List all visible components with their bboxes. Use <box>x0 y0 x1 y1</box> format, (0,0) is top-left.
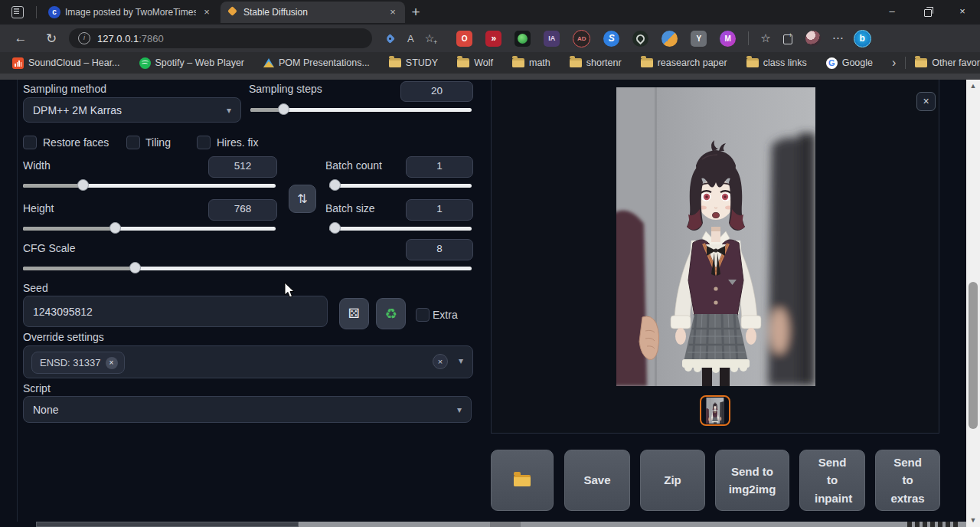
ia-extension-icon[interactable]: IA <box>544 31 560 47</box>
map-pin-extension-icon[interactable] <box>632 31 648 47</box>
scrollbar-thumb[interactable] <box>969 282 978 429</box>
other-favorites-folder[interactable]: Other favorites <box>915 57 980 68</box>
cfg-scale-slider[interactable] <box>23 262 472 273</box>
new-tab-button[interactable]: + <box>406 3 426 21</box>
batch-count-slider[interactable] <box>329 179 472 191</box>
double-arrow-extension-icon[interactable]: » <box>485 31 501 47</box>
minimize-button[interactable]: – <box>874 0 910 25</box>
slider-handle[interactable] <box>329 179 341 191</box>
generated-image[interactable] <box>616 87 815 386</box>
folder-icon <box>457 58 469 67</box>
width-slider[interactable] <box>23 179 276 191</box>
bookmark-folder-shortenr[interactable]: shortenr <box>570 57 622 68</box>
send-to-inpaint-button[interactable]: Send to inpaint <box>799 450 865 511</box>
profile-avatar[interactable] <box>805 31 821 46</box>
bookmark-pom[interactable]: POM Presentations... <box>263 57 370 68</box>
tab-image-posted[interactable]: c Image posted by TwoMoreTimes × <box>42 2 219 23</box>
restore-button[interactable] <box>910 0 945 25</box>
y-extension-icon[interactable]: Y <box>691 31 707 47</box>
batch-size-value[interactable]: 1 <box>406 199 473 221</box>
send-to-img2img-button[interactable]: Send to img2img <box>715 450 789 511</box>
seed-input[interactable] <box>23 296 328 327</box>
cfg-scale-value[interactable]: 8 <box>406 239 473 260</box>
slider-handle[interactable] <box>109 222 121 234</box>
reuse-seed-button[interactable]: ♻ <box>376 298 406 329</box>
slider-handle[interactable] <box>77 179 89 191</box>
bookmark-folder-study[interactable]: STUDY <box>389 57 438 68</box>
o-red-extension-icon[interactable]: O <box>456 31 472 47</box>
ad-blocker-extension-icon[interactable]: AD <box>573 30 590 47</box>
height-value[interactable]: 768 <box>208 199 277 221</box>
recycle-icon: ♻ <box>384 306 397 322</box>
chip-remove-icon[interactable]: × <box>106 357 118 369</box>
collections-icon[interactable] <box>782 32 795 44</box>
favorites-star-icon[interactable]: ☆ <box>760 31 770 45</box>
address-bar[interactable]: i 127.0.0.1:7860 <box>69 28 372 48</box>
tiling-checkbox[interactable] <box>126 136 140 149</box>
folder-icon <box>389 58 401 67</box>
back-icon[interactable]: ← <box>11 31 31 46</box>
horizontal-scrollbar-thumb[interactable] <box>36 522 299 527</box>
zip-button[interactable]: Zip <box>640 450 705 511</box>
tab-close-icon[interactable]: × <box>201 6 213 18</box>
bookmark-folder-class-links[interactable]: class links <box>746 57 807 68</box>
refresh-icon[interactable]: ↻ <box>41 31 61 47</box>
gallery-thumbnail-selected[interactable] <box>700 395 730 426</box>
slider-handle[interactable] <box>129 262 141 273</box>
save-button[interactable]: Save <box>564 450 630 511</box>
sampling-method-dropdown[interactable]: DPM++ 2M Karras ▾ <box>23 97 241 123</box>
close-gallery-icon[interactable]: × <box>916 92 936 111</box>
more-menu-icon[interactable]: ⋯ <box>832 31 844 45</box>
script-dropdown[interactable]: None ▾ <box>23 396 472 423</box>
bookmark-folder-wolf[interactable]: Wolf <box>457 57 493 68</box>
tab-close-icon[interactable]: × <box>387 6 399 18</box>
bing-chat-icon[interactable]: b <box>854 30 871 47</box>
shazam-extension-icon[interactable]: S <box>603 31 619 47</box>
bookmark-folder-math[interactable]: math <box>512 57 550 68</box>
override-chip-ensd[interactable]: ENSD: 31337 × <box>31 352 125 374</box>
batch-size-slider[interactable] <box>329 222 472 234</box>
swap-icon: ⇅ <box>297 191 307 206</box>
scroll-up-icon[interactable]: ▲ <box>966 80 980 93</box>
tab-favicon-c-icon: c <box>48 6 60 18</box>
restore-faces-checkbox[interactable] <box>23 136 37 149</box>
width-value[interactable]: 512 <box>208 156 277 178</box>
sampling-steps-slider[interactable] <box>250 103 472 115</box>
hires-fix-label: Hires. fix <box>217 136 258 149</box>
slider-handle[interactable] <box>329 222 341 234</box>
horizontal-scrollbar[interactable] <box>36 522 966 527</box>
send-to-extras-button[interactable]: Send to extras <box>875 450 940 511</box>
extra-seed-checkbox[interactable] <box>416 308 430 322</box>
slider-handle[interactable] <box>278 103 289 115</box>
bookmark-folder-reasearch-paper[interactable]: reasearch paper <box>641 57 727 68</box>
scroll-down-icon[interactable]: ▼ <box>966 514 980 527</box>
tab-actions-icon[interactable] <box>9 5 26 20</box>
vertical-scrollbar[interactable]: ▲ ▼ <box>966 80 980 527</box>
tab-stable-diffusion[interactable]: Stable Diffusion × <box>220 2 405 23</box>
batch-count-value[interactable]: 1 <box>406 156 473 178</box>
folder-icon <box>512 58 524 67</box>
tag-icon[interactable] <box>385 33 397 44</box>
green-creature-extension-icon[interactable] <box>514 31 531 47</box>
globe-extension-icon[interactable] <box>662 31 678 47</box>
bookmarks-overflow-chevron-icon[interactable]: › <box>892 56 896 70</box>
height-slider[interactable] <box>23 222 276 234</box>
swap-dimensions-button[interactable]: ⇅ <box>289 185 316 213</box>
read-aloud-icon[interactable]: A <box>407 33 414 44</box>
override-settings-box[interactable]: ENSD: 31337 × × ▾ <box>23 345 473 378</box>
bookmark-google[interactable]: GGoogle <box>826 57 873 69</box>
add-favorite-icon[interactable]: ☆+ <box>425 32 435 44</box>
bookmark-soundcloud[interactable]: SoundCloud – Hear... <box>12 57 120 69</box>
close-window-button[interactable]: × <box>945 0 980 25</box>
result-gallery: × <box>491 80 939 434</box>
site-info-icon[interactable]: i <box>78 32 90 44</box>
bookmark-spotify[interactable]: Spotify – Web Player <box>139 57 245 69</box>
chevron-down-icon: ▾ <box>459 355 463 366</box>
sampling-steps-value[interactable]: 20 <box>400 81 473 102</box>
m-extension-icon[interactable]: M <box>720 31 736 47</box>
open-folder-button[interactable] <box>491 450 554 511</box>
hires-fix-checkbox[interactable] <box>197 136 211 149</box>
restore-faces-label: Restore faces <box>43 136 109 149</box>
override-clear-icon[interactable]: × <box>433 354 448 369</box>
random-seed-button[interactable]: ⚄ <box>339 298 369 329</box>
